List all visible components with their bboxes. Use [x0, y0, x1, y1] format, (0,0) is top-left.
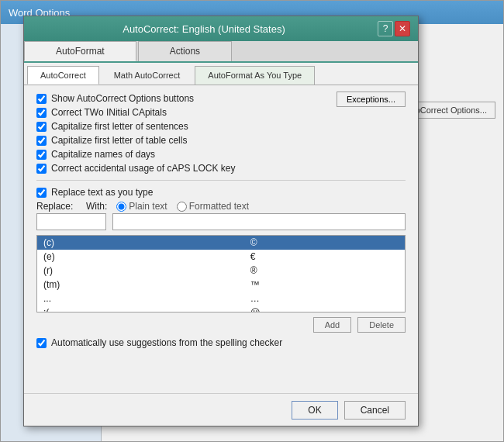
first-letter-table-label: Capitalize first letter of table cells — [51, 135, 187, 146]
checkbox-two-initial: Correct TWo INitial CApitals — [36, 107, 406, 118]
table-cell-value: € — [244, 250, 405, 264]
replace-input[interactable] — [36, 213, 106, 230]
checkbox-replace-text: Replace text as you type — [36, 187, 406, 198]
first-letter-sentences-label: Capitalize first letter of sentences — [51, 121, 188, 132]
tab-autoformat[interactable]: AutoFormat — [24, 41, 136, 61]
divider-1 — [36, 180, 406, 181]
spelling-checkbox-row: Automatically use suggestions from the s… — [36, 337, 406, 348]
show-autocorrect-checkbox[interactable] — [36, 94, 47, 104]
replace-section: Replace text as you type Replace: With: … — [36, 187, 406, 230]
inner-tab-bar: AutoCorrect Math AutoCorrect AutoFormat … — [24, 63, 418, 85]
table-cell-key: (e) — [37, 250, 244, 264]
autocorrect-table-wrapper[interactable]: (c)©(e)€(r)®(tm)™...…:(☹ — [36, 235, 406, 313]
dialog-titlebar: AutoCorrect: English (United States) ? ✕ — [24, 16, 418, 41]
autocorrect-dialog: AutoCorrect: English (United States) ? ✕… — [23, 16, 419, 426]
add-button[interactable]: Add — [313, 317, 352, 333]
radio-plain-text: Plain text — [116, 201, 167, 212]
table-cell-key: ... — [37, 292, 244, 306]
outer-tab-bar: AutoFormat Actions — [24, 41, 418, 63]
dialog-title: AutoCorrect: English (United States) — [32, 23, 376, 35]
radio-group: Plain text Formatted text — [116, 201, 249, 212]
checkbox-capitalize-days: Capitalize names of days — [36, 149, 406, 160]
first-letter-table-checkbox[interactable] — [36, 136, 47, 146]
checkbox-first-letter-table: Capitalize first letter of table cells — [36, 135, 406, 146]
cancel-button[interactable]: Cancel — [344, 401, 406, 420]
ok-button[interactable]: OK — [292, 401, 337, 420]
formatted-text-radio-label: Formatted text — [189, 201, 249, 212]
checkbox-show-autocorrect: Show AutoCorrect Options buttons — [36, 93, 337, 104]
table-row[interactable]: (e)€ — [37, 250, 405, 264]
dialog-content: Exceptions... Show AutoCorrect Options b… — [24, 85, 418, 356]
spelling-label: Automatically use suggestions from the s… — [51, 337, 282, 348]
caps-lock-checkbox[interactable] — [36, 164, 47, 174]
table-cell-value: ☹ — [244, 306, 405, 313]
table-cell-key: (c) — [37, 236, 244, 250]
replace-text-label: Replace text as you type — [51, 187, 153, 198]
plain-text-radio-label: Plain text — [129, 201, 167, 212]
table-row[interactable]: ...… — [37, 292, 405, 306]
radio-formatted-text: Formatted text — [177, 201, 249, 212]
table-cell-value: … — [244, 292, 405, 306]
table-cell-key: :( — [37, 306, 244, 313]
delete-button[interactable]: Delete — [357, 317, 406, 333]
spelling-checkbox[interactable] — [36, 338, 47, 348]
checkbox-caps-lock: Correct accidental usage of cAPS LOCK ke… — [36, 163, 406, 174]
replace-label: Replace: — [36, 201, 80, 212]
tab-math-autocorrect[interactable]: Math AutoCorrect — [101, 66, 194, 85]
table-buttons: Add Delete — [36, 317, 406, 333]
table-row[interactable]: (tm)™ — [37, 278, 405, 292]
exceptions-button[interactable]: Exceptions... — [337, 92, 406, 107]
table-row[interactable]: (r)® — [37, 264, 405, 278]
plain-text-radio[interactable] — [116, 202, 126, 212]
checkbox-first-letter-sentences: Capitalize first letter of sentences — [36, 121, 406, 132]
show-autocorrect-label: Show AutoCorrect Options buttons — [51, 93, 194, 104]
two-initial-label: Correct TWo INitial CApitals — [51, 107, 167, 118]
table-cell-key: (tm) — [37, 278, 244, 292]
tab-actions[interactable]: Actions — [138, 41, 232, 61]
close-button[interactable]: ✕ — [395, 21, 410, 36]
table-row[interactable]: (c)© — [37, 236, 405, 250]
tab-autocorrect[interactable]: AutoCorrect — [27, 66, 99, 85]
tab-autoformat-as-you-type[interactable]: AutoFormat As You Type — [195, 66, 315, 85]
first-letter-sentences-checkbox[interactable] — [36, 122, 47, 132]
table-cell-value: © — [244, 236, 405, 250]
autocorrect-table: (c)©(e)€(r)®(tm)™...…:(☹ — [37, 236, 405, 313]
table-cell-key: (r) — [37, 264, 244, 278]
formatted-text-radio[interactable] — [177, 202, 187, 212]
capitalize-days-label: Capitalize names of days — [51, 149, 155, 160]
table-cell-value: ™ — [244, 278, 405, 292]
replace-text-checkbox[interactable] — [36, 188, 47, 198]
table-row[interactable]: :(☹ — [37, 306, 405, 313]
capitalize-days-checkbox[interactable] — [36, 150, 47, 160]
with-label: With: — [86, 201, 107, 212]
help-button[interactable]: ? — [378, 21, 393, 36]
caps-lock-label: Correct accidental usage of cAPS LOCK ke… — [51, 163, 235, 174]
with-input[interactable] — [112, 213, 406, 230]
dialog-footer: OK Cancel — [24, 393, 418, 426]
replace-inputs — [36, 213, 406, 230]
table-cell-value: ® — [244, 264, 405, 278]
two-initial-checkbox[interactable] — [36, 108, 47, 118]
